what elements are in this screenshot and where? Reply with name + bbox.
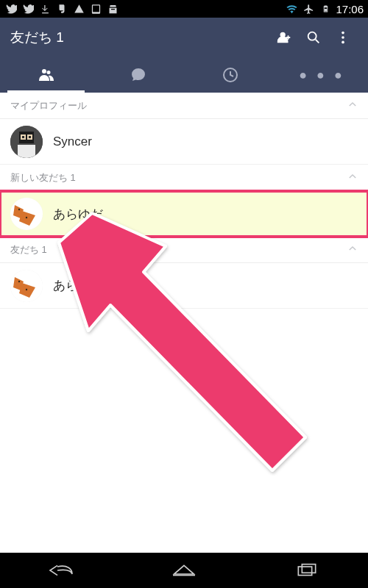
svg-point-4 bbox=[342, 41, 344, 44]
tab-more[interactable]: ● ● ● bbox=[276, 57, 368, 93]
svg-rect-20 bbox=[298, 567, 311, 576]
svg-rect-21 bbox=[302, 564, 315, 573]
new-friend-row[interactable]: あらゆだ bbox=[0, 191, 368, 237]
wifi-icon bbox=[285, 2, 298, 15]
warning-icon bbox=[72, 2, 85, 15]
svg-rect-11 bbox=[29, 136, 31, 138]
empty-area bbox=[0, 309, 368, 553]
svg-point-14 bbox=[18, 209, 20, 210]
tab-friends[interactable] bbox=[0, 57, 92, 93]
shop-icon bbox=[106, 2, 119, 15]
svg-point-2 bbox=[342, 32, 344, 35]
profile-row[interactable]: Syncer bbox=[0, 119, 368, 165]
section-header-new-friends[interactable]: 新しい友だち 1 bbox=[0, 165, 368, 191]
notification-icon bbox=[21, 2, 35, 15]
app-bar: 友だち 1 bbox=[0, 18, 368, 57]
chevron-up-icon bbox=[347, 243, 358, 256]
svg-rect-12 bbox=[18, 145, 35, 158]
friend-row[interactable]: あらゆだ bbox=[0, 263, 368, 309]
download-icon bbox=[38, 2, 52, 15]
svg-point-17 bbox=[18, 280, 20, 282]
nav-back-button[interactable] bbox=[28, 553, 94, 588]
svg-point-3 bbox=[342, 36, 344, 39]
friend-name: あらゆだ bbox=[53, 277, 103, 294]
android-status-bar: 17:06 bbox=[0, 0, 368, 18]
clock-text: 17:06 bbox=[336, 3, 364, 15]
chevron-up-icon bbox=[347, 99, 358, 112]
tab-bar: ● ● ● bbox=[0, 57, 368, 93]
screen-title: 友だち 1 bbox=[10, 28, 269, 47]
svg-point-18 bbox=[26, 288, 27, 290]
add-friend-button[interactable] bbox=[269, 23, 299, 52]
battery-icon bbox=[319, 2, 332, 15]
tab-timeline[interactable] bbox=[184, 57, 276, 93]
nav-home-button[interactable] bbox=[151, 553, 217, 588]
menu-more-button[interactable] bbox=[328, 23, 358, 52]
avatar bbox=[10, 270, 43, 302]
section-label: マイプロフィール bbox=[10, 99, 87, 112]
section-label: 新しい友だち 1 bbox=[10, 171, 76, 184]
section-header-profile[interactable]: マイプロフィール bbox=[0, 93, 368, 119]
section-header-friends[interactable]: 友だち 1 bbox=[0, 237, 368, 263]
chevron-up-icon bbox=[347, 171, 358, 184]
svg-rect-10 bbox=[22, 136, 24, 138]
tablet-icon bbox=[89, 2, 102, 15]
avatar bbox=[10, 198, 43, 230]
notification-icon bbox=[4, 2, 18, 15]
evernote-icon bbox=[55, 2, 68, 15]
nav-recent-button[interactable] bbox=[274, 553, 340, 588]
avatar bbox=[10, 126, 43, 158]
section-label: 友だち 1 bbox=[10, 243, 47, 257]
svg-point-15 bbox=[26, 217, 27, 218]
profile-name: Syncer bbox=[53, 135, 92, 149]
dots-icon: ● ● ● bbox=[299, 68, 345, 83]
friend-name: あらゆだ bbox=[53, 206, 103, 223]
tab-chats[interactable] bbox=[92, 57, 184, 93]
airplane-mode-icon bbox=[302, 2, 315, 15]
search-button[interactable] bbox=[299, 23, 328, 52]
svg-rect-0 bbox=[325, 9, 328, 12]
svg-point-1 bbox=[308, 32, 316, 40]
android-nav-bar bbox=[0, 553, 368, 588]
